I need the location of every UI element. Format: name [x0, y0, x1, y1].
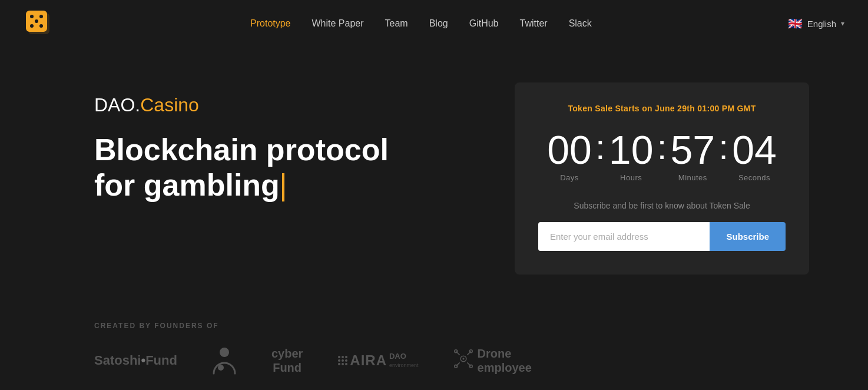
minutes-label: Minutes: [669, 173, 716, 182]
cyber-fund-text: cyberFund: [271, 346, 303, 375]
subscribe-text: Subscribe and be first to know about Tok…: [538, 201, 786, 210]
countdown-seconds: 04 Seconds: [731, 130, 778, 182]
drone-employee-logo: Droneemployee: [454, 346, 532, 375]
chevron-down-icon: ▾: [841, 19, 844, 28]
countdown-minutes: 57 Minutes: [669, 130, 716, 182]
svg-point-6: [30, 24, 34, 28]
aira-dao-logo: AIRA DAOenvironment: [338, 352, 418, 369]
drone-icon: [454, 349, 473, 372]
svg-point-3: [35, 19, 38, 23]
cursor-blink: [282, 173, 284, 201]
countdown-days: 00 Days: [546, 130, 593, 182]
svg-point-14: [469, 350, 472, 353]
nav-item-team[interactable]: Team: [385, 18, 408, 29]
svg-point-8: [218, 365, 224, 371]
nav-link-team[interactable]: Team: [385, 18, 408, 28]
hero-heading: Blockchain protocol for gambling: [94, 133, 479, 203]
countdown-hours: 10 Hours: [608, 130, 655, 182]
nav-link-twitter[interactable]: Twitter: [520, 18, 548, 28]
svg-point-7: [220, 348, 229, 357]
nav-link-github[interactable]: GitHub: [469, 18, 499, 28]
hours-label: Hours: [608, 173, 655, 182]
svg-line-11: [456, 351, 459, 355]
email-form: Subscribe: [538, 222, 786, 251]
nav-link-slack[interactable]: Slack: [569, 18, 592, 28]
svg-point-10: [462, 358, 464, 359]
svg-line-17: [467, 362, 471, 366]
brand-casino: Casino: [140, 94, 199, 115]
logo[interactable]: [24, 8, 54, 39]
drone-employee-text: Droneemployee: [478, 346, 532, 375]
separator-3: :: [716, 130, 731, 165]
svg-point-2: [30, 15, 34, 18]
svg-point-12: [454, 350, 457, 353]
subscribe-button[interactable]: Subscribe: [710, 222, 786, 251]
language-label: English: [807, 19, 836, 29]
email-input[interactable]: [538, 222, 710, 251]
nav-item-prototype[interactable]: Prototype: [250, 18, 290, 29]
days-value: 00: [546, 130, 593, 170]
satoshi-fund-logo: Satoshi•Fund: [94, 353, 177, 368]
founders-label: CREATED BY FOUNDERS OF: [94, 322, 774, 330]
founders-section: CREATED BY FOUNDERS OF Satoshi•Fund cybe…: [0, 298, 868, 386]
language-selector[interactable]: 🇬🇧 English ▾: [788, 16, 844, 31]
hours-value: 10: [608, 130, 655, 170]
brand-dao: DAO.: [94, 94, 140, 115]
nav-item-whitepaper[interactable]: White Paper: [312, 18, 364, 29]
nav-link-whitepaper[interactable]: White Paper: [312, 18, 364, 28]
svg-point-16: [454, 365, 457, 368]
aira-dao-text: AIRA: [350, 352, 387, 369]
brand-title: DAO.Casino: [94, 94, 479, 116]
nav-link-prototype[interactable]: Prototype: [250, 18, 290, 28]
navbar: Prototype White Paper Team Blog GitHub T…: [0, 0, 868, 47]
strikingly-icon: [213, 346, 236, 375]
separator-1: :: [593, 130, 608, 165]
separator-2: :: [655, 130, 670, 165]
svg-point-4: [39, 24, 43, 28]
flag-icon: 🇬🇧: [788, 16, 803, 31]
hero-line2: for gambling: [94, 168, 280, 202]
strikingly-logo: [213, 346, 236, 375]
logo-icon: [24, 8, 54, 39]
satoshi-fund-text: Satoshi•Fund: [94, 353, 177, 368]
svg-line-15: [456, 362, 459, 366]
seconds-label: Seconds: [731, 173, 778, 182]
nav-item-blog[interactable]: Blog: [429, 18, 448, 29]
nav-item-twitter[interactable]: Twitter: [520, 18, 548, 29]
founders-logos: Satoshi•Fund cyberFund: [94, 346, 774, 375]
cyber-fund-logo: cyberFund: [271, 346, 303, 375]
main-content: DAO.Casino Blockchain protocol for gambl…: [0, 47, 868, 298]
nav-link-blog[interactable]: Blog: [429, 18, 448, 28]
days-label: Days: [546, 173, 593, 182]
countdown-card: Token Sale Starts on June 29th 01:00 PM …: [515, 82, 809, 275]
hero-line1: Blockchain protocol: [94, 133, 389, 167]
nav-links: Prototype White Paper Team Blog GitHub T…: [250, 18, 592, 29]
svg-point-18: [469, 365, 472, 368]
left-section: DAO.Casino Blockchain protocol for gambl…: [94, 82, 479, 203]
token-sale-title: Token Sale Starts on June 29th 01:00 PM …: [538, 104, 786, 113]
minutes-value: 57: [669, 130, 716, 170]
aira-dao-sub: DAOenvironment: [389, 352, 419, 369]
svg-line-13: [467, 351, 471, 355]
nav-item-github[interactable]: GitHub: [469, 18, 499, 29]
countdown-timer: 00 Days : 10 Hours : 57 Minutes : 04 Sec…: [538, 130, 786, 182]
seconds-value: 04: [731, 130, 778, 170]
svg-point-5: [39, 15, 43, 18]
nav-item-slack[interactable]: Slack: [569, 18, 592, 29]
aira-dots-icon: [338, 356, 347, 365]
